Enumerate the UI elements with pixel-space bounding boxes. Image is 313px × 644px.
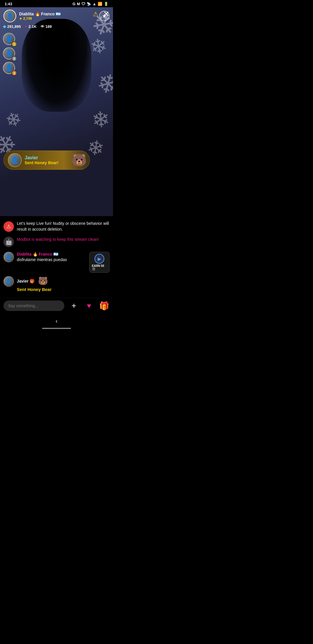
stream-top-overlay: 👤 Diablita 🔥 Franco 🇦🇷 ★ 2,749 ★ bbox=[0, 7, 113, 25]
eye-icon: 👁 bbox=[41, 24, 44, 29]
follow-button[interactable]: ★ bbox=[99, 11, 110, 21]
chat-text-javier: Sent Honey Bear bbox=[17, 286, 110, 292]
bottom-input-bar: + ♥ 🎁 bbox=[0, 298, 113, 315]
status-time: 1:43 bbox=[5, 2, 12, 6]
stream-silhouette bbox=[22, 19, 91, 112]
chat-message-diablita: 👤 Diablita 🔥 Franco 🇦🇷 disfrutame mientr… bbox=[3, 251, 110, 275]
gift-sender-name: Javier bbox=[25, 155, 72, 160]
streamer-name: Diablita 🔥 Franco 🇦🇷 bbox=[19, 12, 96, 16]
leaderboard-rank-2[interactable]: 👤 2 bbox=[3, 47, 16, 61]
back-arrow[interactable]: ‹ bbox=[51, 316, 62, 325]
streamer-header: 👤 Diablita 🔥 Franco 🇦🇷 ★ 2,749 ★ bbox=[3, 10, 110, 22]
modbot-icon: 🤖 bbox=[3, 237, 14, 247]
streamer-avatar[interactable]: 👤 bbox=[3, 10, 16, 22]
chat-text-diablita: disfrutame mientras puedas bbox=[17, 257, 86, 263]
heart-icon: ♥ bbox=[25, 24, 27, 29]
heart-button[interactable]: ♥ bbox=[83, 300, 94, 311]
earn-label: EARN 50 🎬 bbox=[92, 264, 107, 271]
viewers-stat: 👁 189 bbox=[41, 24, 52, 29]
add-button[interactable]: + bbox=[68, 300, 79, 311]
streamer-stars: ★ 2,749 bbox=[19, 17, 96, 21]
chat-avatar-diablita: 👤 bbox=[3, 252, 14, 262]
home-bar-area: ‹ bbox=[0, 315, 113, 332]
signal-icon: 📶 bbox=[98, 2, 102, 6]
diamonds-stat: ◆ 291,895 bbox=[3, 24, 21, 29]
warning-icon: ⚠ bbox=[3, 221, 14, 232]
chat-input[interactable] bbox=[3, 301, 64, 311]
chat-area: ⚠ Let's keep Live fun! Nudity or obscene… bbox=[0, 216, 113, 298]
battery-icon: 🔋 bbox=[104, 2, 108, 6]
google-icon: G bbox=[72, 2, 75, 6]
status-bar: 1:43 G M 🛡 📡 ▲ 📶 🔋 bbox=[0, 0, 113, 7]
earn-badge[interactable]: ▶ EARN 50 🎬 bbox=[89, 252, 110, 273]
likes-stat: ♥ 2.1K bbox=[25, 24, 37, 29]
honey-bear-icon: 🐻 bbox=[38, 276, 48, 286]
live-stream-view: ❄ ❄ ❄ ❄ ❄ ❄ ❄ 👤 Diablita 🔥 Franco 🇦🇷 ★ 2… bbox=[0, 7, 113, 216]
gift-sender-avatar: 👤 bbox=[8, 153, 22, 167]
star-icon: ★ bbox=[19, 17, 22, 21]
chat-username-diablita: Diablita 🔥 Franco 🇦🇷 bbox=[17, 252, 86, 256]
chat-content-javier: Javier 🎁 🐻 Sent Honey Bear bbox=[17, 276, 110, 292]
chat-avatar-javier: 👤 bbox=[3, 276, 14, 287]
leaderboard-rank-3[interactable]: 👤 3 bbox=[3, 62, 16, 75]
leaderboard-rank-1[interactable]: 👤 1 bbox=[3, 33, 16, 46]
gift-notification-banner: 👤 Javier Sent Honey Bear! 🐻 bbox=[3, 151, 90, 170]
time-display: 1:43 bbox=[5, 2, 12, 6]
chat-content-diablita: Diablita 🔥 Franco 🇦🇷 disfrutame mientras… bbox=[17, 252, 86, 263]
gift-banner-action: Sent Honey Bear! bbox=[25, 160, 72, 165]
leaderboard: 👤 1 👤 2 👤 3 bbox=[3, 33, 16, 75]
gift-button[interactable]: 🎁 bbox=[99, 300, 110, 311]
earn-play-icon: ▶ bbox=[94, 254, 104, 264]
shield-icon: 🛡 bbox=[81, 2, 85, 6]
diamond-icon: ◆ bbox=[3, 24, 6, 29]
lb-badge-silver: 2 bbox=[12, 56, 17, 61]
chat-username-javier: Javier 🎁 🐻 bbox=[17, 276, 110, 286]
gift-bear-icon: 🐻 bbox=[72, 154, 87, 166]
warning-text: Let's keep Live fun! Nudity or obscene b… bbox=[17, 221, 110, 232]
stats-bar: ◆ 291,895 ♥ 2.1K 👁 189 bbox=[3, 24, 52, 29]
status-icons: G M 🛡 📡 ▲ 📶 🔋 bbox=[72, 2, 108, 6]
cast-icon: 📡 bbox=[87, 2, 91, 6]
streamer-info: Diablita 🔥 Franco 🇦🇷 ★ 2,749 bbox=[19, 12, 96, 21]
gift-banner-text: Javier Sent Honey Bear! bbox=[25, 155, 72, 165]
home-indicator bbox=[42, 328, 71, 329]
modbot-text: Modbot is watching to keep this stream c… bbox=[17, 237, 99, 243]
lb-badge-bronze: 3 bbox=[12, 70, 17, 76]
chat-message-javier: 👤 Javier 🎁 🐻 Sent Honey Bear bbox=[3, 275, 110, 295]
lb-badge-gold: 1 bbox=[12, 41, 17, 47]
modbot-message: 🤖 Modbot is watching to keep this stream… bbox=[3, 236, 110, 251]
warning-message: ⚠ Let's keep Live fun! Nudity or obscene… bbox=[3, 219, 110, 236]
gmail-icon: M bbox=[77, 2, 80, 6]
wifi-icon: ▲ bbox=[92, 2, 96, 6]
